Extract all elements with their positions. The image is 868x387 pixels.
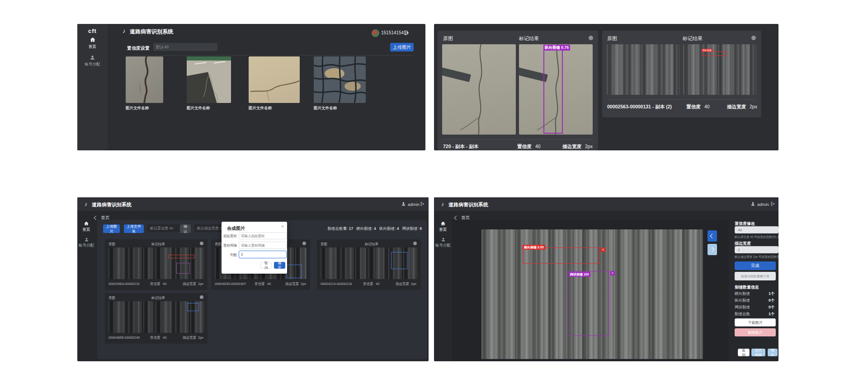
status-dot[interactable]	[589, 36, 593, 40]
confirm-button[interactable]: 确认	[180, 224, 191, 233]
image-name: 720 - 副本 - 副本	[443, 144, 478, 150]
back-button[interactable]: 返回	[738, 349, 750, 356]
next-image-button[interactable]	[708, 244, 717, 255]
confidence-edit-input[interactable]	[735, 226, 778, 233]
overlap-calc-button[interactable]: 裂缝与阴影重叠计算	[735, 272, 776, 280]
detection-box-vertical-crack[interactable]	[543, 45, 563, 134]
upload-image-button[interactable]: 上传图片	[103, 224, 120, 233]
status-dot[interactable]	[413, 242, 417, 245]
confidence-label: 置信度	[363, 282, 373, 286]
gallery-card[interactable]: 原图 标记结果 00004855-00000249 置信度 40 描边宽度 2p…	[105, 293, 208, 344]
mileage-interval-input[interactable]	[239, 242, 287, 249]
user-name: admin	[757, 202, 769, 207]
detection-box-blue[interactable]	[287, 265, 302, 278]
confidence-input[interactable]	[153, 43, 217, 51]
confidence-value: 40	[267, 282, 271, 286]
sidebar-item-home[interactable]: 首页	[77, 37, 108, 50]
delete-box-purple-button[interactable]: ×	[610, 271, 615, 275]
detection-box-blue[interactable]	[187, 303, 199, 311]
default-confidence-input[interactable]	[147, 224, 183, 232]
sidebar-item-home[interactable]: 首页	[78, 221, 94, 233]
upload-folder-button[interactable]: 上传文件夹	[124, 224, 144, 233]
marked-image[interactable]: 横向裂缝	[683, 44, 756, 95]
detection-box-label: 纵向裂缝 0.75	[543, 45, 570, 51]
image-name: 00002563-00000131 - 副本 (2)	[607, 104, 672, 110]
sidebar-item-accounts[interactable]: 账号分配	[77, 55, 108, 67]
panel-upload-page: cft 首页 账号分配 ♪ 道路病害识别系统 15151415411 置信度设置…	[77, 24, 425, 150]
photo-card[interactable]	[126, 56, 163, 103]
close-icon[interactable]: ×	[281, 224, 284, 229]
result-card: 原图 标记结果 横向裂缝 00002563-00000131 - 副本 (2) …	[602, 31, 761, 117]
stroke-width-value: 2px	[585, 144, 593, 149]
detection-box-red[interactable]	[168, 255, 194, 258]
marked-result-label: 标记结果	[365, 242, 378, 247]
confidence-label: 置信度	[517, 144, 532, 150]
photo-card[interactable]	[314, 56, 366, 103]
modal-title: 合成图片	[227, 225, 245, 232]
brand-icon: ♪	[123, 28, 126, 34]
status-dot[interactable]	[751, 36, 756, 40]
confidence-value: 40	[376, 282, 379, 286]
prev-image-button[interactable]	[708, 230, 717, 242]
logout-icon[interactable]	[420, 201, 425, 206]
run-detect-button[interactable]: 运行检测	[751, 349, 765, 356]
stroke-width-input[interactable]	[735, 246, 778, 253]
columns-input[interactable]	[239, 251, 287, 258]
modal-ok-button[interactable]: 确定	[274, 262, 285, 269]
sidebar-item-home[interactable]: 首页	[435, 221, 451, 233]
count-row-total-value: 1个	[769, 312, 774, 317]
detection-box-blue[interactable]	[391, 252, 407, 269]
original-image[interactable]	[442, 44, 516, 135]
gallery-card[interactable]: 原图 标记结果 00002563-00000131 置信度 40 描边宽度 2p…	[105, 239, 208, 290]
sidebar-item-label: 账号分配	[78, 243, 94, 248]
person-icon	[750, 201, 755, 206]
original-image	[321, 247, 366, 279]
status-dot[interactable]	[200, 242, 203, 245]
chevron-right-icon	[710, 247, 715, 252]
photo-caption: 图片文件名称	[126, 106, 149, 111]
original-image-label: 原图	[108, 242, 115, 247]
sidebar-item-accounts[interactable]: 账号分配	[435, 237, 451, 248]
stroke-width-label: 描边宽度	[285, 282, 299, 286]
detection-box-horizontal-crack[interactable]	[702, 51, 726, 56]
photo-card[interactable]	[249, 56, 300, 103]
start-mileage-input[interactable]	[239, 232, 287, 239]
count-row-horizontal-label: 横向裂缝	[735, 291, 750, 297]
photo-caption: 图片文件名称	[314, 106, 337, 111]
avatar[interactable]	[372, 29, 379, 37]
back-chevron-icon[interactable]	[454, 216, 459, 220]
field-mileage-interval-label: 里程间隔	[222, 243, 237, 248]
original-image-label: 原图	[321, 242, 327, 247]
sidebar-item-label: 账号分配	[435, 243, 451, 248]
logout-icon[interactable]	[404, 30, 410, 36]
original-image[interactable]	[607, 44, 680, 95]
detection-box-purple[interactable]	[176, 263, 190, 274]
close-icon: ×	[602, 248, 604, 251]
compose-modal: 合成图片 × 起始里程 里程间隔 列数 取消 确定	[222, 222, 287, 274]
stroke-width-value: 2px	[198, 282, 203, 286]
gallery-card[interactable]: 原图 标记结果 00004214-00000216 置信度 40 描边宽度 2p…	[317, 239, 421, 290]
back-chevron-icon[interactable]	[94, 216, 99, 220]
photo-card[interactable]	[187, 56, 231, 103]
delete-image-button[interactable]: 删除图片	[735, 328, 776, 336]
modal-cancel-button[interactable]: 取消	[260, 262, 272, 269]
download-image-button[interactable]: 下载图片	[735, 318, 776, 326]
status-dot[interactable]	[200, 295, 203, 299]
sidebar-item-accounts[interactable]: 账号分配	[78, 237, 94, 248]
upload-image-button[interactable]: 上传图片	[390, 43, 414, 51]
logout-icon[interactable]	[770, 201, 775, 206]
panel-gallery-page: ♪ 道路病害识别系统 admin 首页 首页 账号分配 上传图片 上传文件夹 确…	[77, 197, 429, 361]
road-image[interactable]: 横向裂缝 0.55 × 网状裂缝 100 ×	[481, 229, 703, 359]
close-icon: ×	[612, 271, 613, 275]
save-button[interactable]: 保存	[768, 349, 778, 356]
done-button[interactable]: 完成	[735, 261, 776, 270]
photo-caption: 图片文件名称	[187, 106, 210, 111]
stroke-width-value: 2px	[411, 282, 416, 286]
detection-box-mesh-crack[interactable]	[568, 271, 609, 336]
marked-image[interactable]: 纵向裂缝 0.75	[519, 44, 593, 135]
confidence-label: 置信度	[150, 282, 160, 286]
status-dot[interactable]	[302, 242, 306, 245]
stroke-width-value: 2px	[301, 282, 306, 286]
detection-box-horizontal-crack[interactable]	[523, 247, 599, 264]
delete-box-red-button[interactable]: ×	[601, 247, 605, 252]
